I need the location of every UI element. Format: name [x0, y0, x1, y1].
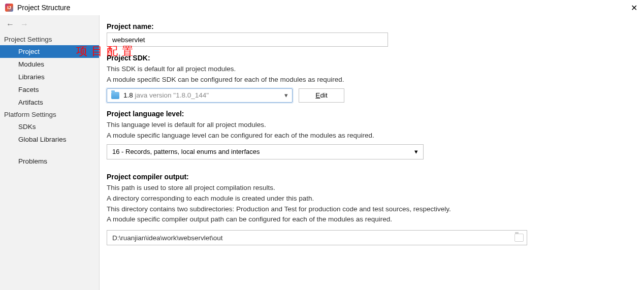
project-name-input[interactable] — [107, 33, 388, 47]
chevron-down-icon: ▾ — [414, 148, 418, 155]
sidebar-item-modules[interactable]: Modules — [0, 58, 99, 71]
project-name-label: Project name: — [107, 22, 629, 30]
language-level-combo[interactable]: 16 - Records, patterns, local enums and … — [107, 144, 424, 159]
edit-label-rest: dit — [320, 91, 327, 99]
window-title: Project Structure — [17, 4, 70, 12]
output-help-3: This directory contains two subdirectori… — [107, 204, 629, 215]
intellij-icon: IJ — [5, 4, 13, 12]
sidebar-item-facets[interactable]: Facets — [0, 83, 99, 96]
sidebar-item-global-libraries[interactable]: Global Libraries — [0, 133, 99, 146]
language-level-label: Project language level: — [107, 110, 629, 118]
lang-help-1: This language level is default for all p… — [107, 120, 629, 131]
output-help-4: A module specific compiler output path c… — [107, 214, 629, 225]
main-panel: Project name: Project SDK: This SDK is d… — [100, 15, 644, 290]
sidebar-item-sdks[interactable]: SDKs — [0, 120, 99, 133]
output-help-1: This path is used to store all project c… — [107, 183, 629, 194]
sdk-folder-icon — [111, 92, 119, 99]
sdk-help-1: This SDK is default for all project modu… — [107, 64, 629, 75]
sidebar-item-problems[interactable]: Problems — [0, 155, 99, 168]
compiler-output-label: Project compiler output: — [107, 173, 629, 181]
language-level-value: 16 - Records, patterns, local enums and … — [112, 148, 414, 155]
compiler-output-field[interactable]: D:\ruanjian\idea\work\webservlet\out — [107, 230, 527, 245]
forward-arrow-icon[interactable]: → — [20, 20, 28, 28]
chevron-down-icon: ▾ — [284, 91, 288, 99]
edit-sdk-button[interactable]: Edit — [299, 88, 344, 103]
compiler-output-value: D:\ruanjian\idea\work\webservlet\out — [112, 234, 514, 242]
sdk-selected-value: 1.8 java version "1.8.0_144" — [123, 91, 209, 99]
project-sdk-label: Project SDK: — [107, 54, 629, 62]
back-arrow-icon[interactable]: ← — [6, 20, 14, 28]
output-help-2: A directory corresponding to each module… — [107, 194, 629, 204]
titlebar: IJ Project Structure ✕ — [0, 0, 644, 15]
browse-folder-icon[interactable] — [514, 234, 524, 242]
close-icon[interactable]: ✕ — [629, 3, 639, 13]
sidebar-item-project[interactable]: Project — [0, 45, 99, 58]
lang-help-2: A module specific language level can be … — [107, 131, 629, 141]
project-sdk-combo[interactable]: 1.8 java version "1.8.0_144" ▾ — [107, 88, 293, 103]
sidebar: ← → Project Settings Project Modules Lib… — [0, 15, 100, 290]
sidebar-item-artifacts[interactable]: Artifacts — [0, 96, 99, 109]
sidebar-heading-project-settings: Project Settings — [0, 34, 99, 45]
sidebar-heading-platform-settings: Platform Settings — [0, 109, 99, 120]
sidebar-item-libraries[interactable]: Libraries — [0, 71, 99, 83]
sdk-help-2: A module specific SDK can be configured … — [107, 75, 629, 85]
